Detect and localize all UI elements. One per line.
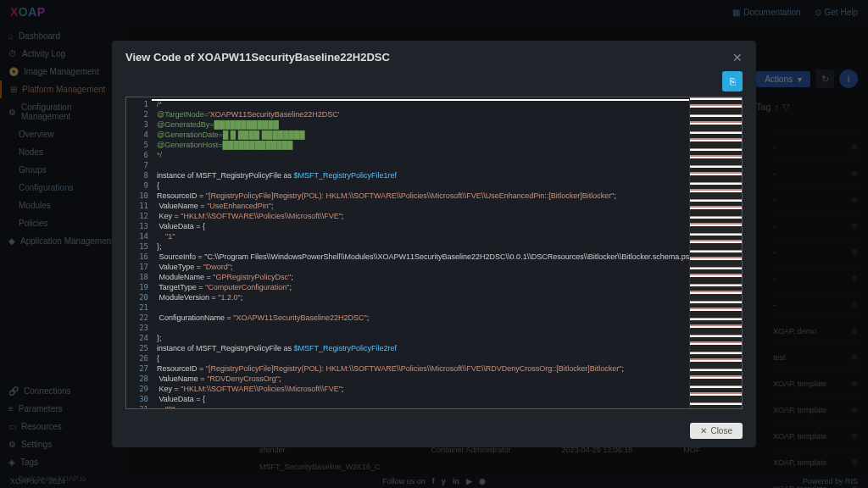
view-code-modal: View Code of XOAPW11SecurityBaseline22H2… bbox=[112, 41, 756, 447]
line-gutter: 1234567891011121314151617181920212223242… bbox=[126, 97, 152, 408]
copy-icon[interactable]: ⎘ bbox=[722, 71, 743, 92]
code-editor[interactable]: /*@TargetNode='XOAPW11SecurityBaseline22… bbox=[152, 97, 689, 408]
close-icon[interactable]: ✕ bbox=[732, 51, 743, 64]
minimap[interactable] bbox=[689, 97, 742, 408]
modal-title: View Code of XOAPW11SecurityBaseline22H2… bbox=[125, 51, 390, 64]
close-button[interactable]: ✕ Close bbox=[690, 423, 743, 439]
